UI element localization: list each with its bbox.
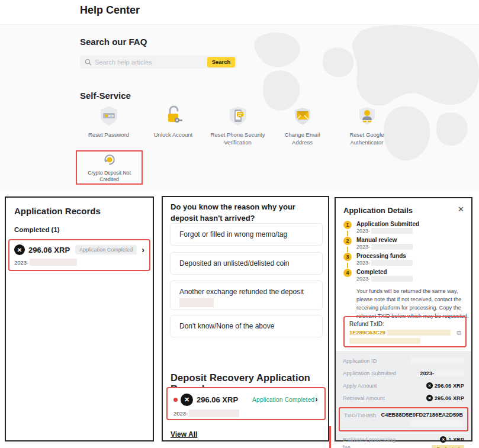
copy-icon[interactable] (457, 329, 461, 337)
self-service-item-reset-phone[interactable]: Reset Phone Security Verification (205, 104, 270, 147)
redacted-date (371, 260, 413, 266)
search-input[interactable] (95, 59, 207, 66)
timeline-step-completed: 4 Completed 2023- (343, 269, 419, 285)
chevron-right-icon (314, 393, 319, 406)
help-center-page: Help Center Search our FAQ Search Self-S… (0, 0, 479, 448)
status-timeline: 1 Application Submitted 2023- 2 Manual r… (343, 221, 419, 285)
records-panel-title: Application Records (14, 206, 101, 216)
timeline-step-manual-review: 2 Manual review 2023- (343, 237, 419, 253)
completed-section-label: Completed (1) (14, 226, 60, 233)
recovery-record-card[interactable]: 296.06 XRP Application Completed 2023- (166, 387, 326, 420)
redacted-txid-line2 (349, 338, 420, 344)
field-row-txid-txhash: TxID/TxHash C4EB88D5E0FD27186EA2D59B (339, 407, 468, 431)
status-text: Application Completed (252, 396, 314, 403)
self-service-item-label: Reset Password (81, 131, 137, 139)
self-service-item-reset-authenticator[interactable]: Reset Google Authenticator (335, 104, 399, 147)
chevron-right-icon (142, 246, 144, 254)
xrp-coin-icon (440, 436, 446, 443)
self-service-item-label: Change Email Address (274, 131, 331, 147)
record-amount: 296.06 XRP (197, 395, 238, 404)
password-shield-icon (97, 104, 121, 128)
refund-txid-box: Refund TxID: 1E289C63C29 (343, 316, 467, 347)
field-row-retrieval-amount: Retrieval Amount 295.06 XRP (343, 395, 464, 402)
record-date: 2023- (173, 410, 319, 417)
timeline-step-submitted: 1 Application Submitted 2023- (343, 221, 419, 237)
redacted-txid (387, 330, 451, 336)
self-service-item-reset-password[interactable]: Reset Password (76, 104, 141, 147)
details-panel-title: Application Details (343, 206, 413, 215)
step-number: 1 (343, 221, 352, 229)
search-icon (85, 59, 92, 66)
search-button[interactable]: Search (207, 57, 235, 67)
reason-question: Do you know the reason why your deposit … (171, 202, 320, 224)
refund-txid-label: Refund TxID: (349, 321, 461, 327)
field-row-application-id: Application ID (343, 357, 464, 365)
redacted-text (179, 298, 214, 307)
self-service-item-unlock-account[interactable]: Unlock Account (141, 104, 205, 147)
xrp-coin-icon (181, 394, 193, 406)
field-row-apply-amount: Apply Amount 296.06 XRP (343, 382, 464, 390)
self-service-item-label: Crypto Deposit Not Credited (78, 170, 141, 183)
unread-dot-icon (173, 398, 178, 402)
self-service-item-label: Reset Google Authenticator (339, 131, 396, 147)
refresh-deposit-icon (100, 152, 119, 168)
record-amount: 296.06 XRP (28, 246, 70, 254)
redacted-date (371, 276, 413, 282)
email-envelope-icon (291, 104, 314, 128)
details-fields-section: Application ID Application Submitted 202… (336, 351, 471, 440)
redacted-value (411, 357, 464, 364)
view-all-link[interactable]: View All (171, 430, 197, 439)
unlock-padlock-icon (162, 104, 185, 128)
faq-heading: Search our FAQ (80, 37, 147, 47)
self-service-heading: Self-Service (80, 91, 131, 101)
record-date: 2023- (14, 259, 144, 266)
deducted-badge: Deducted (432, 445, 464, 448)
xrp-coin-icon (14, 244, 25, 255)
xrp-coin-icon (426, 382, 433, 389)
redacted-date (30, 259, 77, 266)
self-service-item-label: Reset Phone Security Verification (210, 131, 266, 147)
step-number: 4 (343, 269, 352, 277)
step-number: 3 (343, 253, 352, 261)
close-icon[interactable] (458, 205, 464, 214)
field-row-processing-fee: Estimated processing fee 1 XRP Deducted (343, 436, 464, 448)
reason-option-exchange-refund[interactable]: Another exchange refunded the deposit (170, 281, 323, 310)
field-row-application-submitted: Application Submitted 2023- (343, 370, 464, 378)
self-service-row: Reset Password Unlock Account (76, 104, 400, 147)
redacted-value (436, 370, 464, 376)
redacted-date (371, 228, 413, 234)
reason-option-dont-know[interactable]: Don't know/None of the above (170, 315, 323, 337)
redacted-txhash-line2 (410, 420, 463, 427)
deposit-reason-panel: Do you know the reason why your deposit … (162, 196, 329, 441)
self-service-item-change-email[interactable]: Change Email Address (270, 104, 335, 147)
timeline-step-processing: 3 Processing funds 2023- (343, 253, 419, 269)
application-records-panel: Application Records Completed (1) 296.06… (5, 196, 154, 441)
self-service-item-crypto-deposit-not-credited[interactable]: Crypto Deposit Not Credited (76, 150, 143, 185)
xrp-coin-icon (426, 395, 433, 401)
application-details-panel: Application Details 1 Application Submit… (335, 197, 472, 441)
authenticator-person-icon (355, 104, 379, 128)
reason-option-wrong-memo[interactable]: Forgot or filled in wrong memo/tag (170, 223, 323, 246)
status-badge: Application Completed (75, 245, 137, 254)
redacted-date (189, 410, 239, 417)
phone-message-icon (226, 104, 250, 128)
refund-txid-value: 1E289C63C29 (349, 330, 461, 336)
self-service-item-label: Unlock Account (145, 131, 202, 139)
page-title: Help Center (80, 4, 140, 17)
search-bar[interactable]: Search (80, 55, 237, 69)
redacted-date (371, 244, 413, 250)
annotation-red-line (329, 426, 331, 448)
reason-option-unlisted-coin[interactable]: Deposited an unlisted/delisted coin (170, 252, 323, 275)
top-bar: Help Center (0, 0, 479, 25)
application-record-card[interactable]: 296.06 XRP Application Completed 2023- (8, 239, 150, 271)
step-number: 2 (343, 237, 352, 245)
reason-option-label: Another exchange refunded the deposit (179, 288, 304, 296)
